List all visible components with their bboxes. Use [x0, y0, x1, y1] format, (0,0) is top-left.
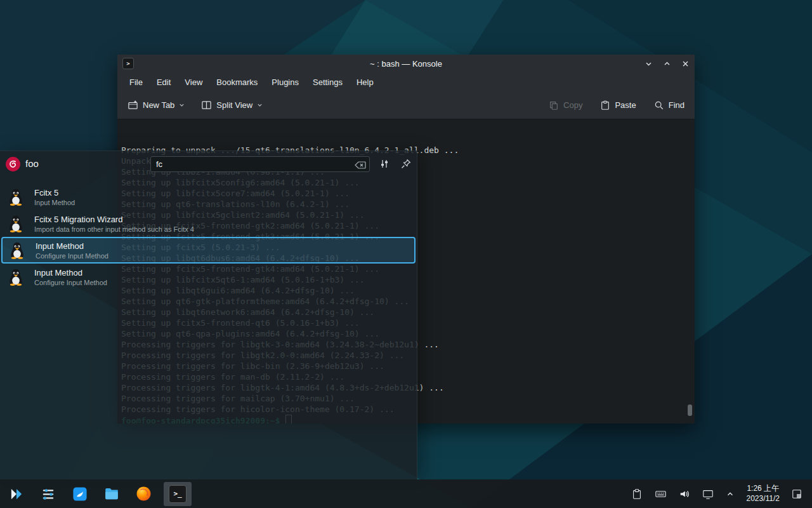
menubar: File Edit View Bookmarks Plugins Setting…	[117, 72, 695, 91]
close-button[interactable]	[681, 60, 690, 68]
clipboard-tray-icon[interactable]	[631, 488, 643, 500]
new-tab-button[interactable]: New Tab	[128, 100, 185, 110]
konsole-window-icon: >	[122, 58, 134, 69]
app-launcher-button[interactable]	[5, 483, 28, 505]
tux-icon	[6, 187, 25, 206]
window-titlebar[interactable]: > ~ : bash — Konsole	[117, 55, 695, 72]
result-input-method[interactable]: Input Method Configure Input Method	[0, 264, 417, 290]
copy-icon	[549, 100, 559, 110]
search-icon	[654, 100, 664, 110]
launcher-results: Fcitx 5 Input Method Fcitx 5 Migration W…	[0, 184, 417, 290]
volume-icon[interactable]	[679, 488, 690, 500]
search-input[interactable]	[150, 156, 370, 172]
pin-icon[interactable]	[401, 159, 411, 171]
result-subtitle: Configure Input Method	[34, 279, 107, 286]
window-title: ~ : bash — Konsole	[117, 59, 695, 69]
terminal-scrollbar[interactable]	[688, 404, 692, 416]
tux-icon	[6, 214, 25, 233]
user-name: foo	[25, 158, 39, 169]
launcher-icon	[8, 486, 25, 502]
split-view-button[interactable]: Split View	[201, 100, 263, 110]
menu-view[interactable]: View	[178, 75, 209, 90]
file-manager-button[interactable]	[100, 483, 123, 505]
show-desktop-icon[interactable]	[792, 489, 802, 499]
display-tray-icon[interactable]	[702, 488, 714, 500]
discover-icon	[72, 486, 88, 502]
discover-button[interactable]	[69, 483, 91, 505]
konsole-icon: >_	[169, 485, 187, 503]
clock-date: 2023/11/2	[747, 494, 780, 504]
result-fcitx5-migration-wizard[interactable]: Fcitx 5 Migration Wizard Import data fro…	[0, 210, 417, 237]
debian-logo-icon[interactable]	[5, 156, 21, 172]
firefox-button[interactable]	[132, 483, 155, 505]
clear-search-icon[interactable]	[355, 160, 366, 171]
filter-options-icon[interactable]	[379, 159, 390, 171]
taskbar: >_ 1:26 上午 2023/11/2	[0, 479, 812, 508]
clock-widget[interactable]: 1:26 上午 2023/11/2	[747, 484, 780, 504]
result-input-method-selected[interactable]: Input Method Configure Input Method	[1, 237, 416, 264]
find-label: Find	[669, 100, 684, 110]
clock-time: 1:26 上午	[747, 484, 780, 494]
expand-tray-icon[interactable]	[726, 490, 735, 498]
result-fcitx5[interactable]: Fcitx 5 Input Method	[0, 184, 417, 210]
toolbar: New Tab Split View Copy	[117, 91, 695, 119]
konsole-task-button[interactable]: >_	[164, 482, 192, 506]
chevron-down-icon	[257, 102, 263, 108]
maximize-button[interactable]	[663, 60, 671, 68]
app-launcher-panel: foo Fcitx 5 Input Method Fcitx 5 Migrati…	[0, 150, 417, 479]
paste-icon	[600, 100, 610, 110]
firefox-icon	[135, 485, 152, 502]
result-subtitle: Configure Input Method	[36, 252, 108, 260]
result-subtitle: Import data from other input method such…	[34, 225, 194, 233]
tux-icon	[6, 267, 25, 286]
menu-bookmarks[interactable]: Bookmarks	[209, 75, 265, 90]
new-tab-icon	[128, 100, 138, 110]
tux-icon	[8, 241, 27, 260]
result-subtitle: Input Method	[34, 199, 75, 206]
task-manager-settings-button[interactable]	[37, 483, 60, 505]
new-tab-label: New Tab	[143, 100, 174, 110]
menu-settings[interactable]: Settings	[306, 75, 350, 90]
menu-plugins[interactable]: Plugins	[265, 75, 306, 90]
menu-help[interactable]: Help	[350, 75, 381, 90]
folder-icon	[103, 486, 120, 502]
paste-button[interactable]: Paste	[600, 100, 636, 110]
paste-label: Paste	[615, 100, 636, 110]
chevron-down-icon	[179, 102, 185, 108]
launcher-header: foo	[0, 151, 417, 178]
result-title: Input Method	[34, 268, 107, 277]
result-title: Fcitx 5	[34, 188, 75, 197]
menu-file[interactable]: File	[122, 75, 150, 90]
split-view-label: Split View	[216, 100, 252, 110]
find-button[interactable]: Find	[654, 100, 684, 110]
copy-label: Copy	[563, 100, 582, 110]
keyboard-tray-icon[interactable]	[655, 488, 667, 500]
system-tray: 1:26 上午 2023/11/2	[631, 484, 808, 504]
sliders-icon	[41, 486, 56, 502]
minimize-button[interactable]	[645, 60, 653, 68]
split-view-icon	[201, 100, 212, 110]
menu-edit[interactable]: Edit	[150, 75, 178, 90]
result-title: Fcitx 5 Migration Wizard	[34, 215, 194, 224]
result-title: Input Method	[36, 241, 108, 251]
launcher-search	[150, 156, 370, 172]
copy-button[interactable]: Copy	[549, 100, 582, 110]
